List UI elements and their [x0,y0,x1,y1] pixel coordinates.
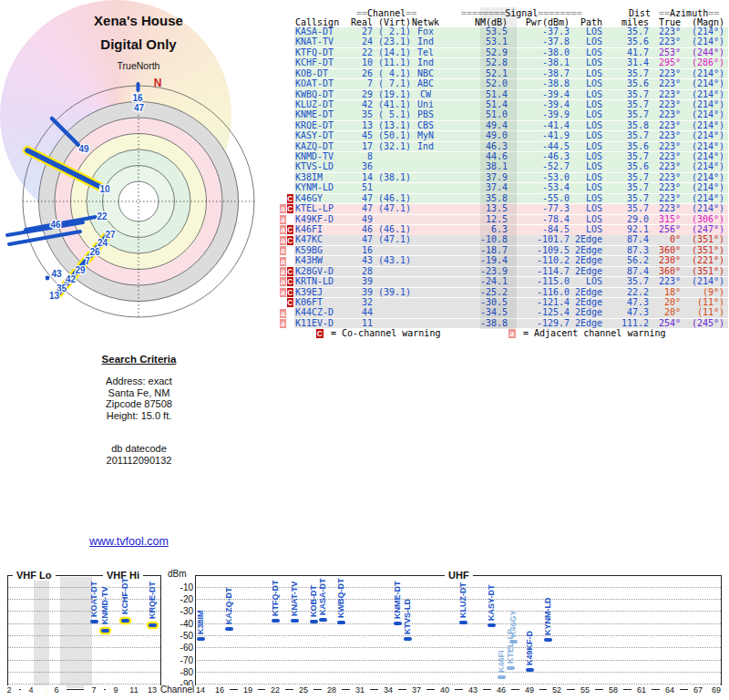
co-channel-warning-icon: C [287,277,294,286]
cell-mi: 87.4 [602,267,649,277]
cell-path: 2Edge [570,256,602,266]
cell-virt: (43.1) [373,256,411,266]
signal-bar-label: K46GY [509,610,518,637]
cell-cs: KASA-DT [294,27,349,37]
cell-net: ABC [411,79,440,89]
signal-bar-label: K38IM [197,610,205,634]
channel-tick-label: 52 [547,685,567,695]
cell-magn: (214°) [681,183,724,193]
signal-bar [507,666,515,670]
cell-path: LOS [570,110,602,120]
signal-bar-label: KLUZ-DT [459,582,467,618]
channel-tick-label: 25 [293,685,313,695]
cell-true: 253° [649,48,681,58]
cell-pwr: -116.0 [508,288,570,298]
cell-mi: 35.7 [602,183,649,193]
cell-pwr: -38.1 [508,58,570,68]
cell-path: 2Edge [570,319,602,329]
adjacent-channel-warning-icon: a [280,246,287,255]
signal-bar-label: KNMD-TV [101,587,109,625]
cell-pwr: -41.9 [508,131,570,141]
adjacent-channel-warning-icon: a [280,277,287,286]
cell-magn: (214°) [681,79,724,89]
signal-bar [459,621,467,624]
cell-virt: ( 5.1) [373,110,411,120]
table-group-header: Dist [629,8,651,18]
cell-true: 254° [649,319,681,329]
band-label: UHF [445,570,473,581]
signal-bar [544,638,552,642]
cell-pwr: -38.0 [508,48,570,58]
cell-cs: KCHF-DT [294,58,349,68]
dbm-tick-label: -40 [166,619,193,629]
cell-mi: 35.7 [602,100,649,110]
cell-mi: 47.3 [602,308,649,318]
co-channel-warning-icon: C [287,236,294,245]
cell-magn: (306°) [681,215,724,225]
cell-cs: KOAT-DT [294,79,349,89]
cell-path: LOS [570,173,602,183]
cell-mi: 35.8 [602,121,649,131]
cell-magn: (351°) [681,267,724,277]
cell-net: Ind [411,58,440,68]
adjacent-channel-legend-text: = Adjacent channel warning [518,328,666,338]
cell-path: LOS [570,100,602,110]
cell-true: 256° [649,225,681,235]
cell-virt: (47.1) [373,204,411,214]
adjacent-channel-icon: a [508,329,516,338]
cell-true: 18° [649,288,681,298]
cell-true: 0° [649,235,681,245]
cell-magn: (351°) [681,246,724,256]
signal-bar-label: KASY-DT [488,584,496,621]
cell-mi: 56.2 [602,256,649,266]
cell-path: LOS [570,183,602,193]
adjacent-channel-warning-icon: a [280,267,287,276]
co-channel-warning-icon: C [287,204,294,213]
chart-gridline [197,660,721,661]
cell-mi: 35.7 [602,90,649,100]
signal-bar [404,637,412,641]
cell-real: 24 [349,37,373,47]
cell-true: 223° [649,204,681,214]
cell-pwr: -129.7 [508,319,570,329]
cell-true: 223° [649,27,681,37]
cell-mi: 35.7 [602,277,649,287]
cell-true: 230° [649,256,681,266]
cell-pwr: -77.3 [508,204,570,214]
cell-path: LOS [570,131,602,141]
cell-virt: (32.1) [373,142,411,152]
cell-mi: 31.4 [602,58,649,68]
cell-magn: (214°) [681,152,724,162]
signal-bar-label: KTVS-LD [404,599,412,634]
signal-bar [337,621,345,624]
cell-path: LOS [570,79,602,89]
cell-mi: 87.3 [602,246,649,256]
cell-magn: (214°) [681,27,724,37]
cell-true: 223° [649,183,681,193]
channel-tick-label: 46 [491,685,511,695]
cell-pwr: -39.4 [508,90,570,100]
cell-real: 49 [349,215,373,225]
cell-magn: (214°) [681,37,724,47]
cell-real: 43 [349,256,373,266]
cell-path: LOS [570,215,602,225]
cell-pwr: -53.4 [508,183,570,193]
dbm-tick-label: -30 [166,606,193,616]
cell-pwr: -38.8 [508,79,570,89]
co-channel-legend-text: = Co-channel warning [325,328,440,338]
cell-real: 29 [349,90,373,100]
cell-cs: K49KF-D [294,215,349,225]
cell-magn: (9°) [681,288,724,298]
cell-pwr: -121.4 [508,298,570,308]
dbm-tick-label: -80 [166,667,193,677]
cell-true: 223° [649,194,681,204]
channel-axis-title: Channel [160,685,194,695]
cell-cs: K44CZ-D [294,308,349,318]
cell-magn: (214°) [681,194,724,204]
cell-path: 2Edge [570,308,602,318]
signal-bar [149,623,157,627]
signal-bar [488,623,496,627]
channel-tick-label: 67 [688,685,708,695]
cell-real: 22 [349,48,373,58]
cell-path: LOS [570,48,602,58]
